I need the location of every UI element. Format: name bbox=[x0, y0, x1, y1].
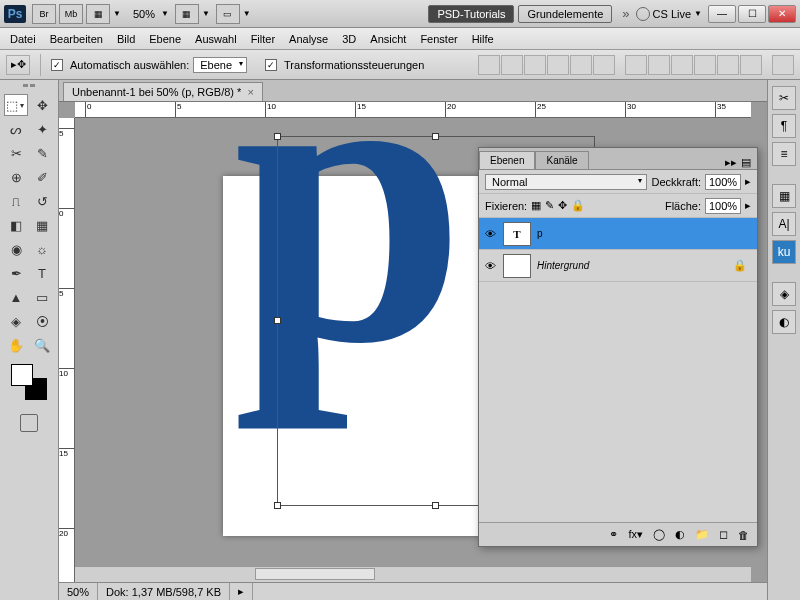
align-btn[interactable] bbox=[524, 55, 546, 75]
menu-filter[interactable]: Filter bbox=[251, 33, 275, 45]
menu-ebene[interactable]: Ebene bbox=[149, 33, 181, 45]
panel-icon-swatches[interactable]: ▦ bbox=[772, 184, 796, 208]
3d-camera-tool[interactable]: ⦿ bbox=[30, 310, 54, 332]
menu-hilfe[interactable]: Hilfe bbox=[472, 33, 494, 45]
align-btn[interactable] bbox=[547, 55, 569, 75]
align-btn[interactable] bbox=[478, 55, 500, 75]
cs-live-label[interactable]: CS Live bbox=[653, 8, 692, 20]
panel-icon-layers[interactable]: ◈ bbox=[772, 282, 796, 306]
distribute-btn[interactable] bbox=[671, 55, 693, 75]
blend-mode-select[interactable]: Normal bbox=[485, 174, 647, 190]
menu-analyse[interactable]: Analyse bbox=[289, 33, 328, 45]
lasso-tool[interactable]: ᔕ bbox=[4, 118, 28, 140]
panel-icon-character-a[interactable]: A| bbox=[772, 212, 796, 236]
lock-transparency-icon[interactable]: ▦ bbox=[531, 199, 541, 212]
auto-select-dropdown[interactable]: Ebene bbox=[193, 57, 247, 73]
link-layers-icon[interactable]: ⚭ bbox=[609, 528, 618, 541]
transform-checkbox[interactable]: ✓ bbox=[265, 59, 277, 71]
status-arrow[interactable]: ▸ bbox=[230, 583, 253, 600]
history-brush-tool[interactable]: ↺ bbox=[30, 190, 54, 212]
shape-tool[interactable]: ▭ bbox=[30, 286, 54, 308]
dropdown-icon[interactable]: ▼ bbox=[243, 9, 251, 18]
menu-ansicht[interactable]: Ansicht bbox=[370, 33, 406, 45]
panel-icon-kuler[interactable]: ku bbox=[772, 240, 796, 264]
brush-tool[interactable]: ✐ bbox=[30, 166, 54, 188]
adjustment-layer-icon[interactable]: ◐ bbox=[675, 528, 685, 541]
dodge-tool[interactable]: ☼ bbox=[30, 238, 54, 260]
auto-select-checkbox[interactable]: ✓ bbox=[51, 59, 63, 71]
dropdown-icon[interactable]: ▼ bbox=[202, 9, 210, 18]
dropdown-icon[interactable]: ▼ bbox=[694, 9, 702, 18]
layer-mask-icon[interactable]: ◯ bbox=[653, 528, 665, 541]
workspace-pill-psd-tutorials[interactable]: PSD-Tutorials bbox=[428, 5, 514, 23]
menu-bearbeiten[interactable]: Bearbeiten bbox=[50, 33, 103, 45]
fill-stepper-icon[interactable]: ▸ bbox=[745, 199, 751, 212]
align-btn[interactable] bbox=[501, 55, 523, 75]
quick-select-tool[interactable]: ✦ bbox=[30, 118, 54, 140]
distribute-btn[interactable] bbox=[717, 55, 739, 75]
zoom-level[interactable]: 50% bbox=[133, 8, 155, 20]
workspace-pill-grundelemente[interactable]: Grundelemente bbox=[518, 5, 612, 23]
healing-tool[interactable]: ⊕ bbox=[4, 166, 28, 188]
eyedropper-tool[interactable]: ✎ bbox=[30, 142, 54, 164]
3d-tool[interactable]: ◈ bbox=[4, 310, 28, 332]
fill-input[interactable]: 100% bbox=[705, 198, 741, 214]
quick-mask-button[interactable] bbox=[20, 414, 38, 432]
bridge-button[interactable]: Br bbox=[32, 4, 56, 24]
arrange-button[interactable]: ▦ bbox=[175, 4, 199, 24]
stamp-tool[interactable]: ⎍ bbox=[4, 190, 28, 212]
status-zoom[interactable]: 50% bbox=[59, 583, 98, 600]
lock-all-icon[interactable]: 🔒 bbox=[571, 199, 585, 212]
menu-datei[interactable]: Datei bbox=[10, 33, 36, 45]
layer-thumbnail[interactable]: T bbox=[503, 222, 531, 246]
panel-icon-transform[interactable]: ✂ bbox=[772, 86, 796, 110]
minimize-button[interactable]: — bbox=[708, 5, 736, 23]
status-docinfo[interactable]: Dok: 1,37 MB/598,7 KB bbox=[98, 583, 230, 600]
menu-bild[interactable]: Bild bbox=[117, 33, 135, 45]
tab-kanaele[interactable]: Kanäle bbox=[535, 151, 588, 169]
distribute-btn[interactable] bbox=[694, 55, 716, 75]
align-btn[interactable] bbox=[570, 55, 592, 75]
blur-tool[interactable]: ◉ bbox=[4, 238, 28, 260]
auto-align-btn[interactable] bbox=[772, 55, 794, 75]
dropdown-icon[interactable]: ▼ bbox=[161, 9, 169, 18]
menu-auswahl[interactable]: Auswahl bbox=[195, 33, 237, 45]
screenmode-button[interactable]: ▭ bbox=[216, 4, 240, 24]
document-tab[interactable]: Unbenannt-1 bei 50% (p, RGB/8) * × bbox=[63, 82, 263, 101]
layer-row[interactable]: 👁 T p bbox=[479, 218, 757, 250]
workspace-more-icon[interactable]: » bbox=[622, 6, 629, 21]
panel-icon-adjust[interactable]: ◐ bbox=[772, 310, 796, 334]
menu-fenster[interactable]: Fenster bbox=[420, 33, 457, 45]
close-button[interactable]: ✕ bbox=[768, 5, 796, 23]
new-layer-icon[interactable]: ◻ bbox=[719, 528, 728, 541]
color-swatches[interactable] bbox=[11, 364, 47, 400]
group-icon[interactable]: 📁 bbox=[695, 528, 709, 541]
hand-tool[interactable]: ✋ bbox=[4, 334, 28, 356]
opacity-input[interactable]: 100% bbox=[705, 174, 741, 190]
layer-name[interactable]: Hintergrund bbox=[537, 260, 589, 271]
lock-pixels-icon[interactable]: ✎ bbox=[545, 199, 554, 212]
menu-3d[interactable]: 3D bbox=[342, 33, 356, 45]
panel-collapse-icon[interactable]: ▸▸ bbox=[725, 156, 737, 169]
close-tab-icon[interactable]: × bbox=[247, 86, 253, 98]
align-btn[interactable] bbox=[593, 55, 615, 75]
cs-live-icon[interactable] bbox=[636, 7, 650, 21]
layer-row[interactable]: 👁 Hintergrund 🔒 bbox=[479, 250, 757, 282]
scrollbar-horizontal[interactable] bbox=[75, 566, 751, 582]
opacity-stepper-icon[interactable]: ▸ bbox=[745, 175, 751, 188]
crop-tool[interactable]: ✂ bbox=[4, 142, 28, 164]
minibridge-button[interactable]: Mb bbox=[59, 4, 83, 24]
view-extras-button[interactable]: ▦ bbox=[86, 4, 110, 24]
tab-ebenen[interactable]: Ebenen bbox=[479, 151, 535, 169]
panel-icon-character[interactable]: ≡ bbox=[772, 142, 796, 166]
maximize-button[interactable]: ☐ bbox=[738, 5, 766, 23]
layer-thumbnail[interactable] bbox=[503, 254, 531, 278]
visibility-icon[interactable]: 👁 bbox=[483, 259, 497, 273]
layer-fx-icon[interactable]: fx▾ bbox=[628, 528, 643, 541]
zoom-tool[interactable]: 🔍 bbox=[30, 334, 54, 356]
delete-layer-icon[interactable]: 🗑 bbox=[738, 529, 749, 541]
move-tool[interactable]: ✥ bbox=[30, 94, 54, 116]
layers-panel[interactable]: Ebenen Kanäle ▸▸▤ Normal Deckkraft: 100%… bbox=[478, 147, 758, 547]
eraser-tool[interactable]: ◧ bbox=[4, 214, 28, 236]
pen-tool[interactable]: ✒ bbox=[4, 262, 28, 284]
